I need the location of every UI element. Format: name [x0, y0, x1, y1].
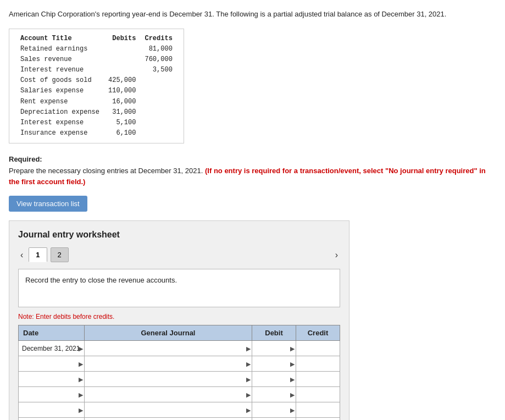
- trial-balance-row: Rent expense 16,000: [16, 97, 177, 107]
- credit-cell: [140, 107, 176, 118]
- debit-cell: 5,100: [104, 118, 140, 128]
- general-journal-input[interactable]: [85, 356, 252, 371]
- account-title-cell: Interest revenue: [16, 65, 104, 75]
- journal-gj-cell[interactable]: ▶: [85, 387, 252, 402]
- general-journal-input[interactable]: [85, 402, 252, 417]
- debit-input[interactable]: [252, 356, 296, 371]
- general-journal-input[interactable]: [85, 387, 252, 402]
- required-text: Prepare the necessary closing entries at…: [9, 165, 496, 187]
- worksheet-title: Journal entry worksheet: [18, 230, 340, 240]
- general-journal-input[interactable]: [85, 372, 252, 386]
- tab-navigation: ‹ 1 2 ›: [18, 247, 340, 262]
- credit-cell: [140, 75, 176, 86]
- journal-date-cell: ▶: [19, 418, 85, 420]
- account-title-cell: Rent expense: [16, 97, 104, 107]
- trial-balance-row: Interest revenue 3,500: [16, 65, 177, 75]
- debit-input[interactable]: [252, 341, 296, 356]
- journal-credit-cell[interactable]: [296, 372, 340, 387]
- credit-input[interactable]: [296, 418, 340, 420]
- required-section: Required: Prepare the necessary closing …: [9, 155, 496, 187]
- journal-row: ▶▶▶: [19, 356, 340, 372]
- journal-debit-cell[interactable]: ▶: [252, 372, 296, 387]
- note-text: Note: Enter debits before credits.: [18, 313, 340, 320]
- journal-credit-cell[interactable]: [296, 341, 340, 356]
- journal-row: ▶▶▶: [19, 372, 340, 387]
- journal-debit-cell[interactable]: ▶: [252, 418, 296, 420]
- credit-input[interactable]: [296, 372, 340, 386]
- journal-debit-cell[interactable]: ▶: [252, 341, 296, 356]
- account-title-cell: Insurance expense: [16, 128, 104, 139]
- journal-date-cell: ▶: [19, 356, 85, 372]
- account-title-cell: Sales revenue: [16, 54, 104, 65]
- debit-input[interactable]: [252, 418, 296, 420]
- tab-1-button[interactable]: 1: [29, 247, 47, 262]
- account-title-cell: Cost of goods sold: [16, 75, 104, 86]
- journal-debit-cell[interactable]: ▶: [252, 356, 296, 372]
- credit-input[interactable]: [296, 402, 340, 417]
- trial-balance-row: Depreciation expense 31,000: [16, 107, 177, 118]
- account-title-cell: Retained earnings: [16, 44, 104, 54]
- trial-balance-row: Sales revenue 760,000: [16, 54, 177, 65]
- journal-credit-cell[interactable]: [296, 356, 340, 372]
- journal-row: ▶▶▶: [19, 387, 340, 402]
- credit-input[interactable]: [296, 387, 340, 402]
- trial-balance-row: Interest expense 5,100: [16, 118, 177, 128]
- journal-row: ▶▶▶: [19, 402, 340, 418]
- debit-cell: [104, 65, 140, 75]
- prev-tab-button[interactable]: ‹: [18, 249, 25, 261]
- credit-input[interactable]: [296, 356, 340, 371]
- journal-gj-cell[interactable]: ▶: [85, 341, 252, 356]
- account-title-cell: Interest expense: [16, 118, 104, 128]
- general-journal-input[interactable]: [85, 341, 252, 356]
- account-title-cell: Salaries expense: [16, 86, 104, 96]
- debit-cell: 425,000: [104, 75, 140, 86]
- col-header-debit: Debit: [252, 325, 296, 341]
- trial-balance-row: Salaries expense 110,000: [16, 86, 177, 96]
- journal-date-cell: December 31, 2021▶: [19, 341, 85, 356]
- credit-input[interactable]: [296, 341, 340, 356]
- journal-gj-cell[interactable]: ▶: [85, 372, 252, 387]
- journal-row: December 31, 2021▶▶▶: [19, 341, 340, 356]
- intro-text: American Chip Corporation's reporting ye…: [9, 9, 481, 20]
- journal-date-cell: ▶: [19, 387, 85, 402]
- trial-balance-row: Retained earnings 81,000: [16, 44, 177, 54]
- credit-cell: [140, 97, 176, 107]
- journal-gj-cell[interactable]: ▶: [85, 356, 252, 372]
- credit-cell: [140, 118, 176, 128]
- journal-row: ▶▶▶: [19, 418, 340, 420]
- credit-cell: [140, 128, 176, 139]
- general-journal-input[interactable]: [85, 418, 252, 420]
- journal-debit-cell[interactable]: ▶: [252, 402, 296, 418]
- debit-input[interactable]: [252, 402, 296, 417]
- credit-cell: 760,000: [140, 54, 176, 65]
- view-transaction-button[interactable]: View transaction list: [9, 196, 87, 212]
- journal-credit-cell[interactable]: [296, 418, 340, 420]
- journal-gj-cell[interactable]: ▶: [85, 418, 252, 420]
- journal-date-cell: ▶: [19, 372, 85, 387]
- col-header-gj: General Journal: [85, 325, 252, 341]
- trial-balance-row: Insurance expense 6,100: [16, 128, 177, 139]
- trial-balance-row: Cost of goods sold 425,000: [16, 75, 177, 86]
- debit-input[interactable]: [252, 387, 296, 402]
- next-tab-button[interactable]: ›: [333, 249, 340, 261]
- debit-cell: [104, 54, 140, 65]
- journal-credit-cell[interactable]: [296, 387, 340, 402]
- credit-cell: [140, 86, 176, 96]
- journal-credit-cell[interactable]: [296, 402, 340, 418]
- debit-cell: 16,000: [104, 97, 140, 107]
- col-header-credit: Credit: [296, 325, 340, 341]
- trial-balance: Account Title Debits Credits Retained ea…: [9, 29, 184, 144]
- journal-debit-cell[interactable]: ▶: [252, 387, 296, 402]
- journal-gj-cell[interactable]: ▶: [85, 402, 252, 418]
- debit-input[interactable]: [252, 372, 296, 386]
- instruction-text: Record the entry to close the revenue ac…: [25, 276, 177, 284]
- tab-2-button[interactable]: 2: [51, 247, 69, 262]
- col-header-date: Date: [19, 325, 85, 341]
- required-label: Required:: [9, 155, 496, 163]
- journal-table: Date General Journal Debit Credit Decemb…: [18, 325, 340, 420]
- instruction-box: Record the entry to close the revenue ac…: [18, 269, 340, 307]
- debit-cell: 31,000: [104, 107, 140, 118]
- credit-cell: 3,500: [140, 65, 176, 75]
- credit-cell: 81,000: [140, 44, 176, 54]
- journal-entry-worksheet: Journal entry worksheet ‹ 1 2 › Record t…: [9, 220, 349, 420]
